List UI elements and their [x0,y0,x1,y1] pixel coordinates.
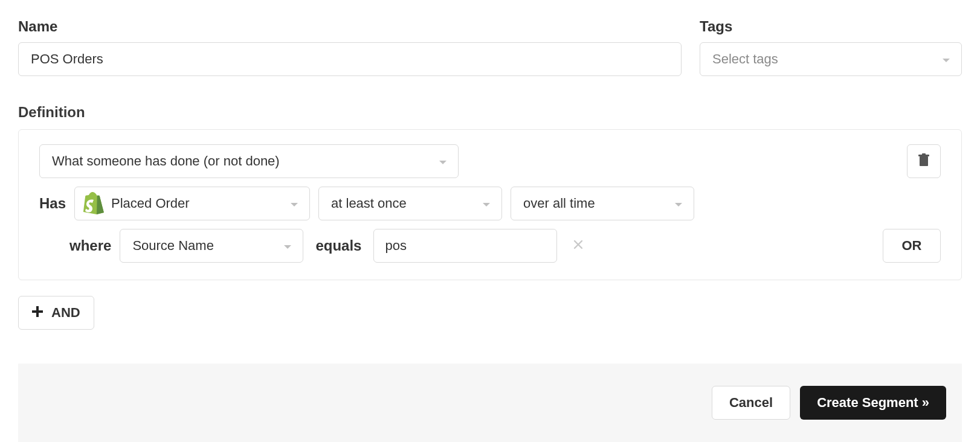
chevron-down-icon [290,196,298,211]
plus-icon [32,305,43,321]
frequency-value: at least once [331,196,407,211]
chevron-down-icon [283,238,292,254]
tags-label: Tags [700,18,962,35]
chevron-down-icon [439,153,447,169]
remove-filter-button[interactable] [569,238,587,254]
chevron-down-icon [674,196,683,211]
frequency-select[interactable]: at least once [318,187,502,220]
condition-row-1: What someone has done (or not done) [39,144,941,178]
condition-row-2: Has Placed Order at least once [39,187,941,220]
name-field-block: Name [18,18,682,76]
svg-rect-2 [922,153,926,155]
definition-label: Definition [18,104,962,121]
delete-condition-button[interactable] [907,144,941,178]
shopify-icon [83,192,104,215]
footer-bar: Cancel Create Segment » [18,364,962,442]
has-label: Has [39,195,66,212]
top-row: Name Tags Select tags [18,18,962,76]
or-label: OR [902,238,922,254]
condition-type-select[interactable]: What someone has done (or not done) [39,144,459,178]
or-button[interactable]: OR [883,229,941,263]
filter-value-input[interactable] [373,229,557,263]
tags-placeholder: Select tags [712,51,778,67]
segment-editor: Name Tags Select tags Definition What so… [0,0,980,330]
operator-label: equals [315,237,361,254]
definition-card: What someone has done (or not done) Has [18,129,962,280]
and-label: AND [51,305,80,321]
where-label: where [69,237,111,254]
condition-type-value: What someone has done (or not done) [52,153,280,169]
name-label: Name [18,18,682,35]
svg-rect-6 [32,310,43,313]
chevron-down-icon [942,51,950,67]
create-label: Create Segment » [817,395,929,410]
event-value: Placed Order [111,196,190,211]
condition-row-3: where Source Name equals OR [39,229,941,263]
add-and-condition-button[interactable]: AND [18,296,94,330]
tags-select[interactable]: Select tags [700,42,962,76]
property-value: Source Name [132,238,214,254]
property-select[interactable]: Source Name [120,229,303,263]
svg-rect-0 [920,156,928,166]
trash-icon [918,153,930,169]
cancel-label: Cancel [729,395,773,410]
chevron-down-icon [482,196,491,211]
create-segment-button[interactable]: Create Segment » [800,386,946,420]
close-icon [573,238,584,253]
timeframe-select[interactable]: over all time [511,187,694,220]
event-select[interactable]: Placed Order [74,187,310,220]
tags-field-block: Tags Select tags [700,18,962,76]
cancel-button[interactable]: Cancel [712,386,790,420]
name-input[interactable] [18,42,682,76]
timeframe-value: over all time [523,196,595,211]
